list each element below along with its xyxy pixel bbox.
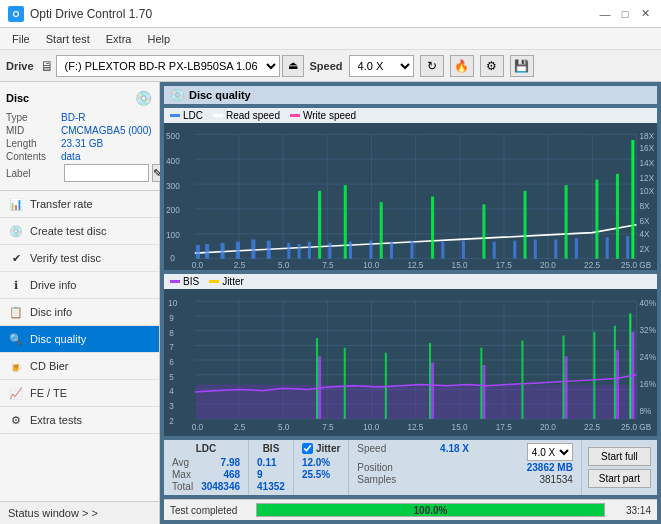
- ldc-col-header: LDC: [172, 443, 240, 454]
- samples-value: 381534: [539, 474, 572, 485]
- svg-rect-32: [287, 243, 290, 259]
- svg-text:10X: 10X: [640, 186, 655, 196]
- svg-text:16%: 16%: [640, 378, 656, 389]
- disc-quality-header-icon: 💿: [170, 88, 185, 102]
- svg-rect-94: [196, 385, 638, 419]
- svg-rect-43: [513, 241, 516, 259]
- verify-test-disc-icon: ✔: [8, 250, 24, 266]
- disc-icon: 💿: [133, 88, 153, 108]
- disc-type-row: Type BD-R: [6, 112, 153, 123]
- speed-stat-label: Speed: [357, 443, 386, 461]
- sidebar-item-fe-te[interactable]: 📈 FE / TE: [0, 380, 159, 407]
- svg-text:22.5: 22.5: [584, 421, 600, 432]
- bis-max-value: 9: [257, 469, 263, 480]
- svg-rect-22: [318, 191, 321, 259]
- status-window-button[interactable]: Status window > >: [0, 501, 159, 524]
- read-speed-label: Read speed: [226, 110, 280, 121]
- main-layout: Disc 💿 Type BD-R MID CMCMAGBA5 (000) Len…: [0, 82, 661, 524]
- ldc-color: [170, 114, 180, 117]
- svg-rect-31: [631, 140, 634, 259]
- svg-rect-103: [385, 353, 387, 419]
- svg-text:12.5: 12.5: [407, 421, 423, 432]
- speed-select[interactable]: 4.0 X: [349, 55, 414, 77]
- close-button[interactable]: ✕: [637, 6, 653, 22]
- ldc-total-value: 3048346: [201, 481, 240, 492]
- ldc-total-row: Total 3048346: [172, 481, 240, 492]
- sidebar-item-verify-test-disc[interactable]: ✔ Verify test disc: [0, 245, 159, 272]
- svg-rect-44: [534, 239, 537, 258]
- svg-text:400: 400: [166, 155, 180, 165]
- app-title: Opti Drive Control 1.70: [30, 7, 152, 21]
- sidebar-item-extra-tests[interactable]: ⚙ Extra tests: [0, 407, 159, 434]
- extra-tests-icon: ⚙: [8, 412, 24, 428]
- speed-label: Speed: [310, 60, 343, 72]
- chart2-panel: BIS Jitter: [164, 274, 657, 436]
- svg-rect-21: [267, 241, 271, 259]
- progress-status: Test completed: [170, 505, 250, 516]
- speed-stat-dropdown[interactable]: 4.0 X: [527, 443, 573, 461]
- transfer-rate-icon: 📊: [8, 196, 24, 212]
- disc-mid-label: MID: [6, 125, 61, 136]
- start-part-button[interactable]: Start part: [588, 469, 651, 488]
- svg-text:15.0: 15.0: [452, 259, 468, 269]
- burn-button[interactable]: 🔥: [450, 55, 474, 77]
- cd-bier-label: CD Bier: [30, 360, 69, 372]
- svg-rect-99: [616, 350, 619, 419]
- svg-text:14X: 14X: [640, 158, 655, 168]
- svg-rect-19: [236, 242, 240, 259]
- disc-info-icon: 📋: [8, 304, 24, 320]
- sidebar-item-cd-bier[interactable]: 🍺 CD Bier: [0, 353, 159, 380]
- sidebar-item-disc-info[interactable]: 📋 Disc info: [0, 299, 159, 326]
- settings-button[interactable]: ⚙: [480, 55, 504, 77]
- svg-text:10: 10: [168, 297, 177, 308]
- jitter-checkbox[interactable]: [302, 443, 313, 454]
- progress-bar-background: 100.0%: [256, 503, 605, 517]
- menu-help[interactable]: Help: [139, 31, 178, 47]
- svg-rect-38: [390, 242, 393, 259]
- svg-rect-36: [349, 242, 352, 259]
- menu-file[interactable]: File: [4, 31, 38, 47]
- svg-rect-18: [220, 243, 224, 259]
- svg-text:500: 500: [166, 130, 180, 140]
- disc-mid-row: MID CMCMAGBA5 (000): [6, 125, 153, 136]
- svg-text:17.5: 17.5: [496, 259, 512, 269]
- disc-label-input[interactable]: [64, 164, 149, 182]
- disc-panel-header: Disc 💿: [6, 88, 153, 108]
- start-full-button[interactable]: Start full: [588, 447, 651, 466]
- drive-select[interactable]: (F:) PLEXTOR BD-R PX-LB950SA 1.06: [56, 55, 280, 77]
- eject-button[interactable]: ⏏: [282, 55, 304, 77]
- total-label: Total: [172, 481, 193, 492]
- svg-text:8%: 8%: [640, 405, 652, 416]
- menu-extra[interactable]: Extra: [98, 31, 140, 47]
- svg-text:10.0: 10.0: [363, 259, 379, 269]
- menu-start-test[interactable]: Start test: [38, 31, 98, 47]
- speed-stat-value: 4.18 X: [440, 443, 469, 461]
- disc-length-label: Length: [6, 138, 61, 149]
- jitter-col-header: Jitter: [316, 443, 340, 454]
- chart1-area: 500 400 300 200 100 0 18X 16X 14X 12X 10…: [164, 123, 657, 270]
- svg-text:3: 3: [169, 400, 174, 411]
- jitter-max-row: 25.5%: [302, 469, 340, 480]
- sidebar-item-transfer-rate[interactable]: 📊 Transfer rate: [0, 191, 159, 218]
- maximize-button[interactable]: □: [617, 6, 633, 22]
- stats-jitter-col: Jitter 12.0% 25.5%: [294, 440, 349, 495]
- svg-text:8: 8: [169, 327, 174, 338]
- svg-rect-98: [565, 356, 568, 418]
- chart2-svg: 10 9 8 7 6 5 4 3 2 40% 32% 24% 16% 8%: [164, 289, 657, 436]
- status-window-label: Status window > >: [8, 507, 98, 519]
- minimize-button[interactable]: —: [597, 6, 613, 22]
- svg-text:7.5: 7.5: [322, 421, 333, 432]
- sidebar-item-disc-quality[interactable]: 🔍 Disc quality: [0, 326, 159, 353]
- legend-read-speed: Read speed: [213, 110, 280, 121]
- sidebar-item-create-test-disc[interactable]: 💿 Create test disc: [0, 218, 159, 245]
- refresh-button[interactable]: ↻: [420, 55, 444, 77]
- sidebar-item-drive-info[interactable]: ℹ Drive info: [0, 272, 159, 299]
- svg-rect-106: [521, 340, 523, 418]
- svg-text:100: 100: [166, 230, 180, 240]
- position-value: 23862 MB: [527, 462, 573, 473]
- disc-type-label: Type: [6, 112, 61, 123]
- save-button[interactable]: 💾: [510, 55, 534, 77]
- write-speed-label: Write speed: [303, 110, 356, 121]
- svg-rect-101: [316, 338, 318, 419]
- progress-row: Test completed 100.0% 33:14: [164, 499, 657, 520]
